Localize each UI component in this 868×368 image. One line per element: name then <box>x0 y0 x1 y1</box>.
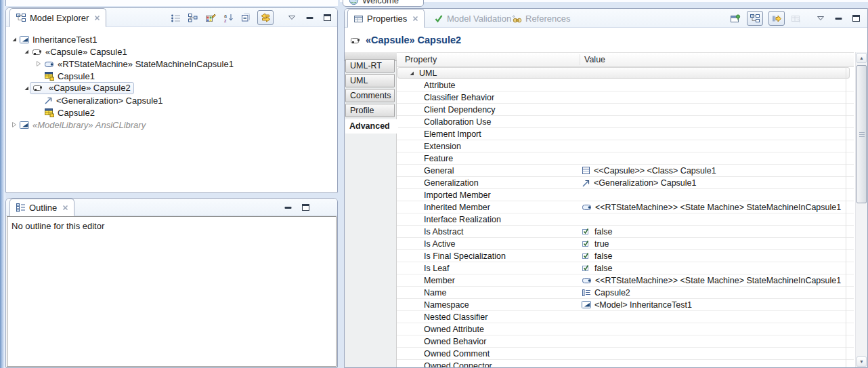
side-tab-uml[interactable]: UML <box>345 74 395 87</box>
property-row[interactable]: Owned Attribute <box>397 323 854 335</box>
maximize-button[interactable] <box>850 12 862 25</box>
scrollbar-grip <box>859 132 865 137</box>
expander-expanded-icon[interactable] <box>408 70 415 77</box>
column-header-value[interactable]: Value <box>584 55 605 64</box>
properties-header: «Capsule» Capsule2 <box>345 28 867 52</box>
property-row[interactable]: General<<Capsule>> <Class> Capsule1 <box>397 165 854 177</box>
tab-properties[interactable]: Properties <box>347 9 425 28</box>
side-tab-uml-rt[interactable]: UML-RT <box>345 59 395 73</box>
tab-properties-label: Properties <box>367 14 407 24</box>
collapse-all-button[interactable] <box>240 11 252 24</box>
property-row[interactable]: Is Leaffalse <box>397 262 854 274</box>
view-menu-button[interactable] <box>815 12 827 25</box>
model-explorer-toolbar: az <box>169 8 333 27</box>
close-icon[interactable] <box>412 16 418 22</box>
flat-arrows-button[interactable] <box>768 11 785 26</box>
tab-welcome[interactable]: Welcome <box>343 0 424 7</box>
property-row[interactable]: Member<<RTStateMachine>> <State Machine>… <box>397 274 854 287</box>
property-value[interactable]: false <box>582 262 612 274</box>
property-row[interactable]: Feature <box>397 152 854 165</box>
property-row[interactable]: Attribute <box>397 79 854 91</box>
property-value[interactable]: <<RTStateMachine>> <State Machine> State… <box>582 201 841 213</box>
property-row[interactable]: Generalization<Generalization> Capsule1 <box>397 177 854 189</box>
property-value[interactable]: true <box>582 238 609 249</box>
expander-collapsed-icon[interactable] <box>35 60 43 67</box>
scroll-up-button[interactable]: ▲ <box>856 53 867 63</box>
link-with-editor-button[interactable] <box>257 10 274 25</box>
property-value[interactable]: <Generalization> Capsule1 <box>582 177 697 188</box>
property-value[interactable]: <Model> InheritanceTest1 <box>582 299 692 310</box>
sort-alphabetical-button[interactable]: az <box>222 11 234 24</box>
view-menu-button[interactable] <box>286 11 298 24</box>
property-row[interactable]: NameCapsule2 <box>397 287 854 299</box>
checkbox-icon <box>582 264 592 272</box>
maximize-button[interactable] <box>299 201 311 214</box>
property-row[interactable]: Is Activetrue <box>397 238 854 250</box>
maximize-button[interactable] <box>321 11 333 24</box>
minimize-icon <box>284 206 292 209</box>
tree-item-label: «Capsule» Capsule2 <box>49 83 131 93</box>
property-row[interactable]: Interface Realization <box>397 213 854 226</box>
close-icon[interactable] <box>62 205 68 211</box>
property-row[interactable]: Is Abstractfalse <box>397 226 854 238</box>
minimize-button[interactable] <box>832 12 844 25</box>
scrollbar-thumb[interactable] <box>856 65 867 203</box>
tree-item[interactable]: «ModelLibrary» AnsiCLibrary <box>6 119 337 131</box>
property-value[interactable]: <<RTStateMachine>> <State Machine> State… <box>582 274 841 286</box>
property-row[interactable]: Imported Member <box>397 189 854 201</box>
property-row[interactable]: Namespace<Model> InheritanceTest1 <box>397 299 854 311</box>
property-value[interactable]: false <box>582 250 612 262</box>
property-row[interactable]: Owned Comment <box>397 348 854 360</box>
checkbox-icon <box>582 239 592 248</box>
property-row[interactable]: Collaboration Use <box>397 116 854 128</box>
property-row[interactable]: Extension <box>397 140 854 152</box>
property-row[interactable]: Inherited Member<<RTStateMachine>> <Stat… <box>397 201 854 213</box>
value-column-end-divider <box>846 67 846 367</box>
column-divider[interactable] <box>580 54 580 65</box>
category-row[interactable]: UML <box>397 67 854 79</box>
tree-mode-icon <box>188 13 198 22</box>
tab-references[interactable]: References <box>511 9 570 28</box>
property-value[interactable]: Capsule2 <box>582 287 630 298</box>
side-tab-profile[interactable]: Profile <box>345 104 395 117</box>
expander-expanded-icon[interactable] <box>22 48 30 55</box>
tree-item[interactable]: InheritanceTest1 <box>6 33 337 45</box>
scroll-down-button[interactable]: ▼ <box>856 356 867 367</box>
property-row[interactable]: Client Dependency <box>397 104 854 116</box>
property-value[interactable]: false <box>582 226 612 237</box>
minimize-button[interactable] <box>303 11 316 24</box>
minimize-button[interactable] <box>282 201 294 214</box>
tree-mode-button[interactable] <box>187 11 199 24</box>
property-row[interactable]: Owned Connector <box>397 360 854 367</box>
tab-model-explorer[interactable]: Model Explorer <box>9 8 106 27</box>
expander-expanded-icon[interactable] <box>10 36 18 43</box>
property-value[interactable]: <<Capsule>> <Class> Capsule1 <box>582 165 716 176</box>
property-row[interactable]: Classifier Behavior <box>397 91 854 104</box>
tree-item[interactable]: <Generalization> Capsule1 <box>6 94 337 106</box>
column-header-property[interactable]: Property <box>405 55 437 64</box>
property-row[interactable]: Owned Behavior <box>397 335 854 348</box>
tree-item[interactable]: «Capsule» Capsule2 <box>6 82 337 94</box>
property-row[interactable]: Is Final Specializationfalse <box>397 250 854 262</box>
vertical-scrollbar[interactable]: ▲ ▼ <box>855 52 867 367</box>
close-icon[interactable] <box>94 15 100 21</box>
pin-view-button[interactable] <box>729 12 741 25</box>
tab-outline[interactable]: Outline <box>9 199 74 216</box>
outline-view: Outline No outline for this editor <box>5 198 338 368</box>
customize-view-button[interactable] <box>204 11 217 24</box>
tree-item[interactable]: «Capsule» Capsule1 <box>6 45 337 58</box>
model-icon <box>582 300 592 309</box>
property-row[interactable]: Element Import <box>397 128 854 140</box>
tree-item[interactable]: Capsule1 <box>6 70 337 82</box>
side-tab-comments[interactable]: Comments <box>345 89 395 102</box>
tab-model-validation[interactable]: Model Validation <box>434 9 511 28</box>
property-row[interactable]: Nested Classifier <box>397 311 854 323</box>
bullet-list-button[interactable] <box>169 11 181 24</box>
tree-item[interactable]: «RTStateMachine» StateMachineInCapsule1 <box>6 58 337 70</box>
table-view-button[interactable] <box>790 12 802 25</box>
show-tree-button[interactable] <box>747 11 763 26</box>
side-tab-advanced[interactable]: Advanced <box>345 119 398 134</box>
expander-collapsed-icon[interactable] <box>10 121 18 128</box>
tree-item[interactable]: Capsule2 <box>6 106 337 119</box>
property-name: Is Abstract <box>424 227 463 237</box>
